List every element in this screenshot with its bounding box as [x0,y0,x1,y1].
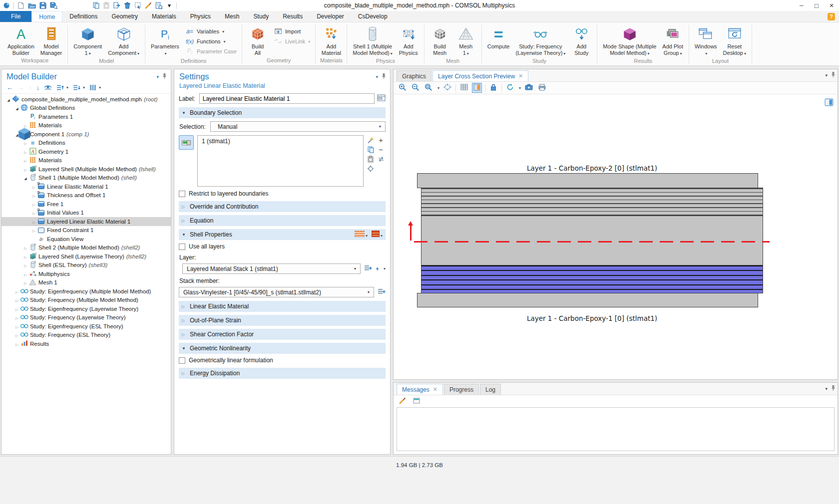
tree-expand-icon[interactable] [14,288,20,294]
zoom-crosshair-icon[interactable] [367,165,375,172]
tree-expand-icon[interactable] [31,201,37,207]
delete-icon[interactable] [124,1,131,9]
section-linear-elastic-material[interactable]: Linear Elastic Material [179,301,386,312]
model-manager-button[interactable]: ModelManager [38,25,64,56]
close-icon[interactable]: ✕ [518,73,523,79]
parameter-case-button[interactable]: Parameter Case [183,46,239,56]
graphics-tab-layer-cross-section-preview[interactable]: Layer Cross Section Preview✕ [432,70,528,81]
tree-expand-icon[interactable] [22,253,28,259]
minimize-button[interactable] [794,0,809,11]
messages-tab-messages[interactable]: Messages✕ [397,384,443,395]
functions-button[interactable]: Functions▾ [183,36,239,46]
chevron-down-icon[interactable]: ▾ [437,86,439,90]
stack-member-dropdown[interactable]: Glass-Vinylester-1 [0/45/-45/90]_s (stlm… [179,287,374,297]
tree-expand-icon[interactable] [31,184,37,190]
clear-selection-icon[interactable] [145,1,152,9]
undo-icon[interactable] [71,1,78,9]
build-all-button[interactable]: BuildAll [245,25,270,56]
zoom-in-button[interactable] [398,83,408,93]
tree-collapse-icon[interactable] [14,105,20,111]
compute-button[interactable]: Compute [485,25,512,50]
tree-item[interactable]: Layered Shell (Multiple Model Method)(ls… [1,165,171,174]
pin-icon[interactable] [831,71,836,79]
tree-item[interactable]: Study: Eigenfrequency (Multiple Model Me… [1,287,171,296]
pin-icon[interactable] [831,385,836,393]
float-window-button[interactable] [412,396,421,406]
add-study-button[interactable]: AddStudy [569,25,594,56]
preview-report-icon[interactable] [155,1,162,9]
tree-item[interactable]: Materials [1,156,171,165]
add-material-button[interactable]: AddMaterial [319,25,344,56]
section-override-contribution[interactable]: Override and Contribution [179,201,386,212]
run-icon[interactable] [61,1,68,9]
tree-expand-icon[interactable] [14,306,20,312]
zoom-out-button[interactable] [411,83,420,93]
selection-dropdown[interactable]: Manual ▾ [210,121,386,132]
tab-file[interactable]: File [0,11,31,22]
go-back-icon[interactable] [6,84,13,91]
mesh-1-button[interactable]: Mesh1▾ [453,25,478,57]
tree-expand-icon[interactable] [14,314,20,320]
new-file-icon[interactable] [17,1,24,9]
save-as-icon[interactable] [50,1,57,9]
add-physics-button[interactable]: AddPhysics [396,25,421,56]
tree-expand-icon[interactable] [14,332,20,338]
tree-item[interactable]: Study: Eigenfrequency (ESL Theory) [1,322,171,331]
maximize-button[interactable] [809,0,824,11]
tree-expand-icon[interactable] [14,323,20,329]
section-shell-properties[interactable]: Shell Properties ▾ ▾ [179,229,386,240]
tree-expand-icon[interactable] [31,210,37,216]
chevron-down-icon[interactable]: ▾ [384,266,386,271]
messages-tab-progress[interactable]: Progress [444,384,479,395]
add-icon[interactable]: + [376,265,379,272]
tree-collapse-icon[interactable] [5,96,11,102]
tab-mesh[interactable]: Mesh [218,11,246,22]
section-out-of-plane-strain[interactable]: Out-of-Plane Strain [179,315,386,326]
variables-button[interactable]: Variables▾ [183,26,239,36]
geometrically-linear-checkbox[interactable] [179,357,185,364]
section-shear-correction-factor[interactable]: Shear Correction Factor [179,329,386,340]
image-button[interactable] [472,83,482,93]
tree-item[interactable]: Definitions [1,139,171,148]
tree-expand-icon[interactable] [31,192,37,198]
tree-item[interactable]: Mesh 1 [1,278,171,287]
tree-expand-icon[interactable] [22,262,28,268]
chevron-down-icon[interactable]: ▾ [519,86,521,90]
expand-all-icon[interactable] [73,84,80,91]
active-selection-toggle[interactable] [179,135,194,150]
tree-item[interactable]: Thickness and Offset 1 [1,191,171,200]
study-frequency-button[interactable]: Study: Frequency(Layerwise Theory)▾ [513,25,568,57]
messages-tab-log[interactable]: Log [480,384,501,395]
section-equation[interactable]: Equation [179,215,386,226]
use-all-layers-checkbox[interactable] [179,244,185,250]
tree-expand-icon[interactable] [14,297,20,303]
paste-icon[interactable] [367,155,375,163]
redo-icon[interactable] [82,1,89,9]
close-button[interactable] [824,0,839,11]
show-icon[interactable] [44,84,52,91]
tree-expand-icon[interactable] [31,219,37,225]
tab-results[interactable]: Results [276,11,310,22]
duplicate-icon[interactable] [113,1,120,9]
tree-item[interactable]: Global Definitions [1,104,171,113]
go-forward-icon[interactable] [17,84,24,91]
restrict-layered-checkbox[interactable] [179,191,185,197]
import-button[interactable]: Import [271,26,312,36]
tab-home[interactable]: Home [31,11,62,22]
clear-brush-button[interactable] [398,396,408,406]
add-plot-group-button[interactable]: Add PlotGroup▾ [660,25,686,57]
section-geometric-nonlinearity[interactable]: Geometric Nonlinearity [179,343,386,354]
shell-1-physics-button[interactable]: Shell 1 (MultipleModel Method)▾ [350,25,395,57]
mode-shape-button[interactable]: Mode Shape (MultipleModel Method)▾ [600,25,659,57]
copy-icon[interactable] [92,1,99,9]
panel-menu-icon[interactable]: ▾ [825,73,828,78]
remove-icon[interactable] [377,146,385,153]
select-box-icon[interactable] [134,1,141,9]
tree-item[interactable]: Equation View [1,235,171,244]
tree-item[interactable]: Layered Shell (Layerwise Theory)(lshell2… [1,252,171,261]
node-display-icon[interactable] [89,84,96,91]
grid-button[interactable] [459,83,469,93]
tree-expand-icon[interactable] [22,140,28,146]
tree-expand-icon[interactable] [22,149,28,155]
camera-button[interactable] [524,83,534,93]
